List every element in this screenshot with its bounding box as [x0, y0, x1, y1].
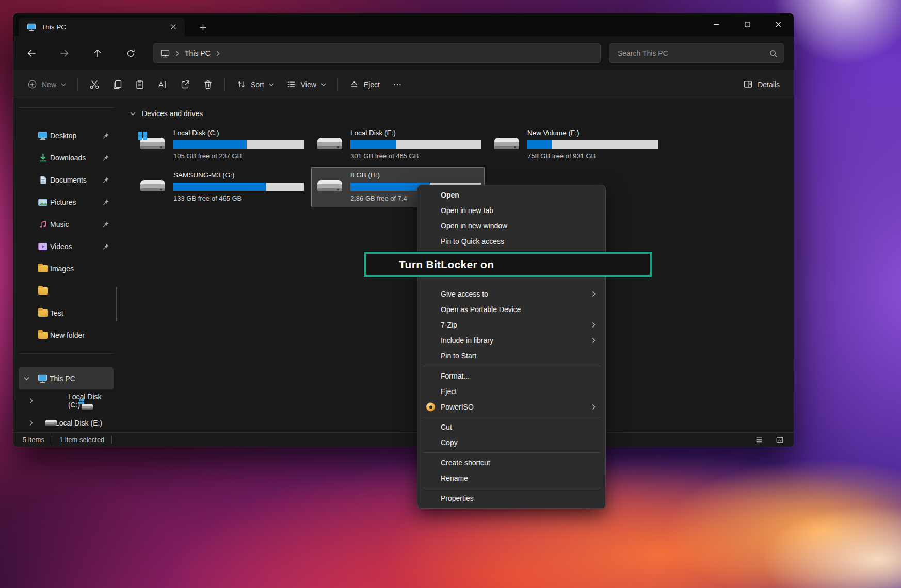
rename-button[interactable]	[152, 75, 173, 94]
chevron-right-icon[interactable]	[175, 51, 179, 56]
menu-item-format[interactable]: Format...	[420, 368, 603, 384]
submenu-arrow-icon	[592, 338, 596, 344]
menu-item-give-access-to[interactable]: Give access to	[420, 286, 603, 302]
details-label: Details	[758, 80, 780, 89]
menu-item-label: Create shortcut	[441, 459, 490, 467]
view-button[interactable]: View	[281, 75, 332, 94]
chevron-right-icon[interactable]	[216, 51, 220, 56]
share-button[interactable]	[174, 75, 196, 94]
chevron-right-icon[interactable]	[29, 420, 33, 426]
sidebar-item-downloads[interactable]: Downloads	[19, 146, 114, 169]
sidebar-item-test[interactable]: Test	[19, 302, 114, 324]
pin-icon	[103, 221, 109, 227]
menu-item-properties[interactable]: Properties	[420, 491, 603, 506]
menu-item-include-in-library[interactable]: Include in library	[420, 333, 603, 348]
section-header-label: Devices and drives	[142, 109, 203, 118]
sidebar-scrollbar[interactable]	[116, 287, 117, 321]
search-input[interactable]	[617, 48, 769, 58]
sidebar-item-videos[interactable]: Videos	[19, 235, 114, 257]
sidebar-item-images[interactable]: Images	[19, 257, 114, 280]
minimize-button[interactable]	[701, 13, 732, 35]
desktop-icon	[38, 130, 48, 141]
new-button[interactable]: New	[22, 75, 72, 94]
sort-button[interactable]: Sort	[231, 75, 280, 94]
menu-item-open-in-new-window[interactable]: Open in new window	[420, 218, 603, 234]
details-button[interactable]: Details	[737, 75, 785, 94]
sidebar-divider	[19, 107, 115, 108]
tab-title: This PC	[41, 23, 162, 31]
sidebar-item-label: Documents	[50, 176, 87, 184]
sidebar-item-label: Videos	[50, 242, 72, 251]
capacity-bar	[527, 140, 658, 149]
menu-item-cut[interactable]: Cut	[420, 419, 603, 435]
drive-tile-samsung-m3-g[interactable]: SAMSUNG-M3 (G:) 133 GB free of 465 GB	[134, 167, 308, 207]
menu-item-copy[interactable]: Copy	[420, 435, 603, 450]
tab-close-icon[interactable]	[167, 21, 180, 33]
sidebar-item-pictures[interactable]: Pictures	[19, 191, 114, 213]
sidebar-item-new-folder[interactable]: New folder	[19, 324, 114, 346]
chevron-right-icon[interactable]	[29, 398, 33, 403]
menu-item-open-as-portable-device[interactable]: Open as Portable Device	[420, 302, 603, 317]
new-label: New	[42, 80, 56, 89]
drive-tile-new-volume-f[interactable]: New Volume (F:) 758 GB free of 931 GB	[488, 125, 662, 165]
menu-item-eject[interactable]: Eject	[420, 384, 603, 399]
chevron-down-icon[interactable]	[24, 377, 29, 380]
up-button[interactable]	[89, 44, 106, 62]
maximize-button[interactable]	[732, 13, 763, 35]
eject-button[interactable]: Eject	[344, 75, 385, 94]
toolbar-separator	[337, 78, 338, 91]
menu-item-rename[interactable]: Rename	[420, 470, 603, 486]
menu-item-pin-to-quick-access[interactable]: Pin to Quick access	[420, 234, 603, 249]
paste-button[interactable]	[129, 75, 151, 94]
cut-button[interactable]	[84, 75, 105, 94]
close-button[interactable]	[763, 13, 794, 35]
drive-tile-local-disk-c[interactable]: Local Disk (C:) 105 GB free of 237 GB	[134, 125, 308, 165]
chevron-down-icon[interactable]	[130, 112, 136, 116]
copy-button[interactable]	[106, 75, 128, 94]
search-box[interactable]	[609, 43, 784, 63]
menu-item-open-in-new-tab[interactable]: Open in new tab	[420, 203, 603, 218]
submenu-arrow-icon	[592, 291, 596, 297]
menu-item-label: Pin to Quick access	[441, 237, 504, 246]
delete-button[interactable]	[197, 75, 219, 94]
menu-item-label: Copy	[441, 438, 458, 447]
address-bar[interactable]: This PC	[153, 43, 601, 63]
music-icon	[38, 219, 48, 230]
new-tab-button[interactable]	[195, 20, 211, 35]
forward-button[interactable]	[56, 44, 73, 62]
folder-icon	[38, 308, 48, 318]
pin-icon	[103, 199, 109, 205]
back-button[interactable]	[23, 44, 40, 62]
folder-icon	[38, 264, 48, 274]
this-pc-icon	[37, 373, 47, 384]
more-options-button[interactable]	[387, 75, 408, 94]
sidebar-item-label: Local Disk (E:)	[55, 419, 102, 427]
large-icons-view-toggle[interactable]	[773, 434, 786, 446]
sidebar-item-folder[interactable]	[19, 280, 114, 302]
selection-count: 1 item selected	[59, 436, 104, 444]
details-view-toggle[interactable]	[752, 434, 766, 446]
drive-tile-local-disk-e[interactable]: Local Disk (E:) 301 GB free of 465 GB	[311, 125, 485, 165]
sidebar-item-label: This PC	[50, 374, 75, 383]
breadcrumb-this-pc[interactable]: This PC	[185, 49, 211, 57]
sidebar-item-local-disk-c[interactable]: Local Disk (C:)	[19, 389, 114, 412]
drive-icon	[44, 418, 58, 428]
menu-item-open[interactable]: Open	[420, 187, 603, 203]
refresh-button[interactable]	[122, 44, 139, 62]
toolbar-separator	[224, 78, 225, 91]
sidebar-item-desktop[interactable]: Desktop	[19, 124, 114, 146]
sidebar-item-this-pc[interactable]: This PC	[19, 367, 114, 389]
menu-item-7zip[interactable]: 7-Zip	[420, 317, 603, 333]
menu-item-create-shortcut[interactable]: Create shortcut	[420, 455, 603, 470]
drive-name: 8 GB (H:)	[350, 171, 481, 180]
menu-item-pin-to-start[interactable]: Pin to Start	[420, 348, 603, 364]
sidebar-item-local-disk-e[interactable]: Local Disk (E:)	[19, 412, 114, 434]
sidebar-item-documents[interactable]: Documents	[19, 169, 114, 191]
drive-icon	[316, 171, 344, 204]
sidebar-item-music[interactable]: Music	[19, 213, 114, 235]
menu-item-turn-bitlocker-on[interactable]: Turn BitLocker on	[399, 258, 494, 271]
tab-this-pc[interactable]: This PC	[19, 18, 185, 36]
item-count: 5 items	[23, 436, 44, 444]
chevron-down-icon	[61, 83, 66, 86]
menu-item-poweriso[interactable]: PowerISO	[420, 399, 603, 415]
